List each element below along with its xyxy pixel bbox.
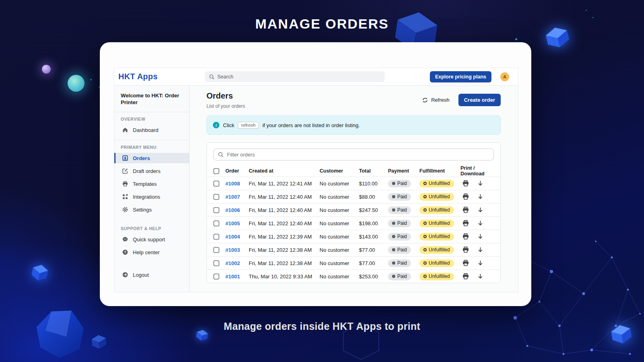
explore-pricing-button[interactable]: Explore pricing plans [430,71,491,82]
payment-badge: Paid [388,233,411,241]
hero-caption: Manage orders inside HKT Apps to print [0,321,644,332]
unfulfilled-ring-icon [423,182,427,185]
sidebar-item-draft-orders[interactable]: Draft orders [114,166,189,176]
order-number-link[interactable]: #1006 [225,207,249,213]
sidebar-item-integrations[interactable]: Integrations [114,191,189,202]
unfulfilled-ring-icon [423,222,427,225]
sidebar-item-quick-support[interactable]: Quick support [114,234,189,245]
print-icon[interactable] [462,220,469,227]
table-header: Order Created at Customer Total Payment … [207,165,500,177]
logout-icon [122,272,128,278]
download-icon[interactable] [477,180,484,187]
unfulfilled-ring-icon [423,261,427,265]
fulfillment-badge: Unfulfilled [419,233,454,241]
row-checkbox[interactable] [213,220,219,226]
table-row: #1007 Fri, Mar 11, 2022 12:40 AM No cust… [207,190,500,203]
main-content: Orders List of your orders Refresh Creat… [190,86,518,292]
order-number-link[interactable]: #1008 [225,181,249,187]
sidebar-item-label: Logout [133,272,149,278]
fulfillment-badge: Unfulfilled [419,259,454,267]
sidebar-item-templates[interactable]: Templates [114,179,189,189]
download-icon[interactable] [477,260,484,267]
row-checkbox[interactable] [213,260,219,266]
decor-cube-small [91,334,107,350]
customer-cell: No customer [320,207,359,213]
orders-table-card: Order Created at Customer Total Payment … [206,142,501,283]
sidebar-item-logout[interactable]: Logout [114,269,189,280]
paid-dot-icon [392,275,395,278]
print-icon[interactable] [462,180,469,187]
download-icon[interactable] [477,220,484,227]
sidebar-item-help-center[interactable]: ? Help center [114,247,189,257]
order-number-link[interactable]: #1004 [225,234,249,240]
row-checkbox[interactable] [213,207,219,213]
fulfillment-badge: Unfulfilled [419,273,454,280]
download-icon[interactable] [477,233,484,240]
payment-badge: Paid [388,273,411,280]
created-at-cell: Fri, Mar 11, 2022 12:40 AM [249,194,320,200]
col-payment: Payment [388,168,419,174]
table-rows: #1008 Fri, Mar 11, 2022 12:41 AM No cust… [207,177,500,283]
col-created: Created at [249,168,320,174]
row-checkbox[interactable] [213,247,219,253]
download-icon[interactable] [477,247,484,253]
order-number-link[interactable]: #1005 [225,220,249,226]
filter-orders-input[interactable] [227,152,489,158]
download-icon[interactable] [477,193,484,200]
unfulfilled-ring-icon [423,275,427,278]
print-icon[interactable] [462,246,469,253]
sidebar-item-orders[interactable]: Orders [114,153,189,163]
created-at-cell: Thu, Mar 10, 2022 9:33 AM [249,274,320,280]
paid-dot-icon [392,208,395,212]
decor-cyan-dot [515,38,517,40]
row-checkbox[interactable] [213,274,219,280]
order-number-link[interactable]: #1007 [225,194,249,200]
search-icon [218,152,224,158]
section-support-help: SUPPORT & HELP [114,226,189,232]
sidebar-item-dashboard[interactable]: Dashboard [114,125,189,135]
search-input[interactable] [217,74,381,80]
refresh-button[interactable]: Refresh [422,97,450,103]
avatar[interactable]: A [500,72,509,81]
decor-speck [586,10,587,11]
sidebar-item-label: Settings [133,207,152,213]
filter-orders-box[interactable] [213,148,494,160]
total-cell: $77.00 [359,260,388,266]
create-order-button[interactable]: Create order [458,94,501,106]
row-checkbox[interactable] [213,181,219,187]
print-icon[interactable] [462,259,469,267]
total-cell: $198.00 [359,220,388,226]
created-at-cell: Fri, Mar 11, 2022 12:38 AM [249,247,320,253]
paid-dot-icon [392,248,395,251]
col-print-download: Print / Download [460,165,494,177]
app-header: HKT Apps Explore pricing plans A [114,68,518,86]
help-icon: ? [122,249,128,255]
hero-title: MANAGE ORDERS [0,16,644,32]
col-total: Total [359,168,388,174]
order-number-link[interactable]: #1003 [225,247,249,253]
print-icon[interactable] [462,206,469,214]
row-checkbox[interactable] [213,234,219,240]
sidebar-item-settings[interactable]: Settings [114,204,189,215]
print-icon[interactable] [462,193,469,200]
total-cell: $143.00 [359,234,388,240]
total-cell: $88.00 [359,194,388,200]
download-icon[interactable] [477,273,484,280]
total-cell: $77.00 [359,247,388,253]
printer-icon [122,181,128,187]
col-fulfillment: Fulfillment [419,168,460,174]
page-subtitle: List of your orders [206,103,245,109]
table-row: #1001 Thu, Mar 10, 2022 9:33 AM No custo… [207,269,500,283]
global-search[interactable] [205,71,385,82]
refresh-icon [422,97,428,103]
order-number-link[interactable]: #1002 [225,260,249,266]
row-checkbox[interactable] [213,194,219,200]
order-number-link[interactable]: #1001 [225,274,249,280]
total-cell: $253.00 [359,274,388,280]
integrations-icon [122,193,128,200]
download-icon[interactable] [477,207,484,214]
banner-text-before: Click [223,122,234,128]
select-all-checkbox[interactable] [213,168,219,174]
print-icon[interactable] [462,273,469,280]
print-icon[interactable] [462,233,469,240]
